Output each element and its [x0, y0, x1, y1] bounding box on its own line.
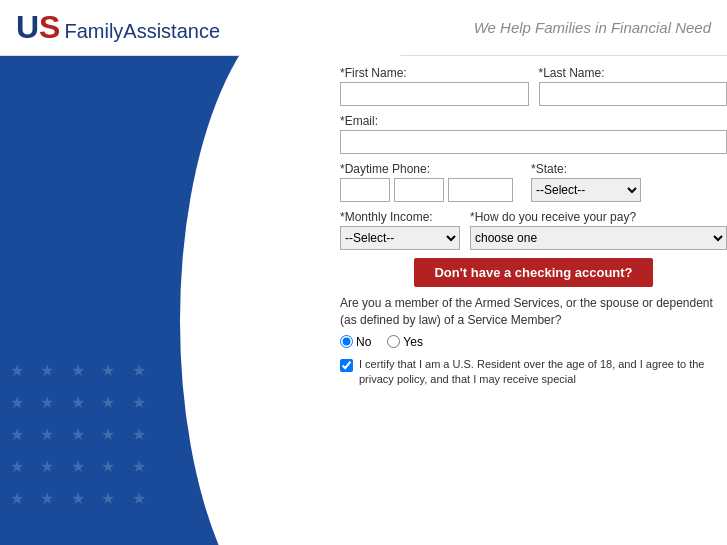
email-group: *Email: — [340, 114, 727, 154]
first-name-group: *First Name: — [340, 66, 529, 106]
logo-us: US — [16, 9, 60, 46]
radio-yes-label[interactable]: Yes — [387, 335, 423, 349]
main-content: ★ ★ ★ ★ ★ ★ ★ ★ ★ ★ ★ ★ ★ ★ ★ ★ ★ ★ ★ ★ … — [0, 56, 727, 545]
state-group: *State: --Select-- ALAKAZCA COFLGANY TXW… — [531, 162, 641, 202]
radio-no-text: No — [356, 335, 371, 349]
phone-label: *Daytime Phone: — [340, 162, 513, 176]
income-label: *Monthly Income: — [340, 210, 460, 224]
radio-no-input[interactable] — [340, 335, 353, 348]
first-name-input[interactable] — [340, 82, 529, 106]
first-name-label: *First Name: — [340, 66, 529, 80]
logo-u-letter: U — [16, 9, 39, 45]
form-area: *First Name: *Last Name: *Email: *Daytim… — [340, 56, 727, 545]
last-name-label: *Last Name: — [539, 66, 728, 80]
phone-area-input[interactable] — [340, 178, 390, 202]
state-select[interactable]: --Select-- ALAKAZCA COFLGANY TXWA — [531, 178, 641, 202]
email-input[interactable] — [340, 130, 727, 154]
last-name-group: *Last Name: — [539, 66, 728, 106]
income-pay-row: *Monthly Income: --Select-- Under $1,000… — [340, 210, 727, 250]
header-tagline: We Help Families in Financial Need — [474, 19, 711, 36]
pay-group: *How do you receive your pay? choose one… — [470, 210, 727, 250]
radio-yes-input[interactable] — [387, 335, 400, 348]
pay-label: *How do you receive your pay? — [470, 210, 727, 224]
phone-line-input[interactable] — [448, 178, 513, 202]
last-name-input[interactable] — [539, 82, 728, 106]
name-row: *First Name: *Last Name: — [340, 66, 727, 106]
armed-services-text: Are you a member of the Armed Services, … — [340, 295, 727, 329]
radio-yes-text: Yes — [403, 335, 423, 349]
checking-btn-container: Don't have a checking account? — [340, 258, 727, 287]
checking-account-button[interactable]: Don't have a checking account? — [414, 258, 652, 287]
income-group: *Monthly Income: --Select-- Under $1,000… — [340, 210, 460, 250]
state-label: *State: — [531, 162, 641, 176]
radio-no-label[interactable]: No — [340, 335, 371, 349]
income-select[interactable]: --Select-- Under $1,000 $1,000 - $2,000 … — [340, 226, 460, 250]
phone-group: *Daytime Phone: — [340, 162, 513, 202]
certify-row: I certify that I am a U.S. Resident over… — [340, 357, 727, 388]
email-label: *Email: — [340, 114, 727, 128]
phone-prefix-input[interactable] — [394, 178, 444, 202]
logo: US FamilyAssistance — [16, 9, 220, 46]
phone-inputs — [340, 178, 513, 202]
armed-services-radio-row: No Yes — [340, 335, 727, 349]
pay-select[interactable]: choose one Direct Deposit Paper Check Ca… — [470, 226, 727, 250]
phone-state-row: *Daytime Phone: *State: --Select-- ALAKA… — [340, 162, 727, 202]
certify-checkbox[interactable] — [340, 359, 353, 372]
logo-family-text: FamilyAssistance — [64, 20, 220, 43]
stars-decoration: ★ ★ ★ ★ ★ ★ ★ ★ ★ ★ ★ ★ ★ ★ ★ ★ ★ ★ ★ ★ … — [10, 355, 152, 515]
logo-s-letter: S — [39, 9, 60, 45]
certify-text: I certify that I am a U.S. Resident over… — [359, 357, 727, 388]
